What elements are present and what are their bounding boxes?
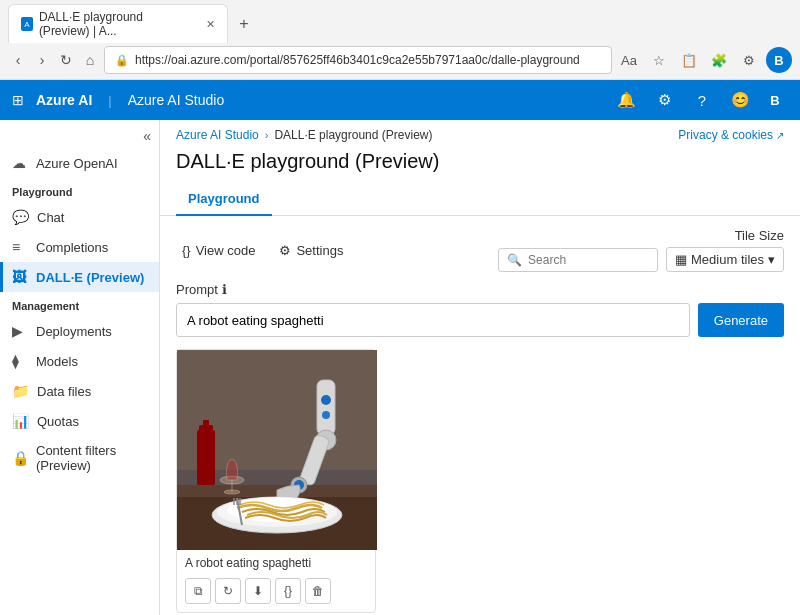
page-header: DALL·E playground (Preview)	[160, 146, 800, 183]
regenerate-image-button[interactable]: ↻	[215, 578, 241, 604]
extensions-button[interactable]: 🧩	[706, 47, 732, 73]
image-actions: ⧉ ↻ ⬇ {} 🗑	[177, 574, 375, 612]
svg-point-12	[321, 395, 331, 405]
prompt-label: Prompt ℹ	[176, 282, 784, 297]
settings-button[interactable]: ⚙	[648, 84, 680, 116]
sidebar-item-label: Content filters (Preview)	[36, 443, 147, 473]
lock-icon: 🔒	[115, 54, 129, 67]
new-tab-button[interactable]: +	[230, 10, 258, 38]
content-filters-icon: 🔒	[12, 450, 28, 466]
copy-image-button[interactable]: ⧉	[185, 578, 211, 604]
url-text: https://oai.azure.com/portal/857625ff46b…	[135, 53, 580, 67]
sidebar-item-label: Data files	[37, 384, 91, 399]
download-image-button[interactable]: ⬇	[245, 578, 271, 604]
grid-icon[interactable]: ⊞	[12, 92, 24, 108]
settings-browser-button[interactable]: ⚙	[736, 47, 762, 73]
chat-icon: 💬	[12, 209, 29, 225]
collections-button[interactable]: 📋	[676, 47, 702, 73]
sidebar-item-chat[interactable]: 💬 Chat	[0, 202, 159, 232]
sidebar-item-deployments[interactable]: ▶ Deployments	[0, 316, 159, 346]
tab-title: DALL·E playground (Preview) | A...	[39, 10, 196, 38]
breadcrumb-home-link[interactable]: Azure AI Studio	[176, 128, 259, 142]
emoji-button[interactable]: 😊	[724, 84, 756, 116]
sidebar-item-data-files[interactable]: 📁 Data files	[0, 376, 159, 406]
external-link-icon: ↗	[776, 130, 784, 141]
models-icon: ⧫	[12, 353, 28, 369]
image-caption: A robot eating spaghetti	[177, 550, 375, 574]
settings-toolbar-button[interactable]: ⚙ Settings	[273, 239, 349, 262]
view-code-image-button[interactable]: {}	[275, 578, 301, 604]
search-input[interactable]	[528, 253, 649, 267]
svg-point-13	[322, 411, 330, 419]
data-files-icon: 📁	[12, 383, 29, 399]
tabs-bar: Playground	[160, 183, 800, 216]
delete-image-button[interactable]: 🗑	[305, 578, 331, 604]
breadcrumb-current: DALL·E playground (Preview)	[274, 128, 432, 142]
notification-button[interactable]: 🔔	[610, 84, 642, 116]
view-code-icon: {}	[182, 243, 191, 258]
sidebar-item-quotas[interactable]: 📊 Quotas	[0, 406, 159, 436]
sidebar-item-label: Completions	[36, 240, 108, 255]
collapse-sidebar-icon[interactable]: «	[143, 128, 151, 144]
privacy-label: Privacy & cookies	[678, 128, 773, 142]
view-code-label: View code	[196, 243, 256, 258]
prompt-input[interactable]	[176, 303, 690, 337]
back-button[interactable]: ‹	[8, 50, 28, 70]
sidebar-collapse-area: «	[0, 124, 159, 148]
active-tab[interactable]: A DALL·E playground (Preview) | A... ✕	[8, 4, 228, 43]
breadcrumb-separator: ›	[265, 129, 269, 141]
playground-toolbar: {} View code ⚙ Settings Tile Size 🔍	[160, 228, 800, 282]
azure-studio-label[interactable]: Azure AI Studio	[128, 92, 225, 108]
chevron-down-icon: ▾	[768, 252, 775, 267]
sidebar: « ☁ Azure OpenAI Playground 💬 Chat ≡ Com…	[0, 120, 160, 615]
refresh-button[interactable]: ↻	[56, 50, 76, 70]
generated-image[interactable]	[177, 350, 377, 550]
privacy-link[interactable]: Privacy & cookies ↗	[678, 128, 784, 142]
address-bar-row: ‹ › ↻ ⌂ 🔒 https://oai.azure.com/portal/8…	[0, 43, 800, 79]
search-box[interactable]: 🔍	[498, 248, 658, 272]
quotas-icon: 📊	[12, 413, 29, 429]
browser-chrome: A DALL·E playground (Preview) | A... ✕ +…	[0, 0, 800, 80]
content-area: Azure AI Studio › DALL·E playground (Pre…	[160, 120, 800, 615]
deployments-icon: ▶	[12, 323, 28, 339]
tile-size-section-label: Tile Size	[735, 228, 784, 243]
sidebar-item-label: Azure OpenAI	[36, 156, 118, 171]
sidebar-item-azure-openai[interactable]: ☁ Azure OpenAI	[0, 148, 159, 178]
edge-profile-button[interactable]: B	[766, 47, 792, 73]
playground-section-header: Playground	[0, 178, 159, 202]
home-button[interactable]: ⌂	[80, 50, 100, 70]
toolbar-right: Tile Size 🔍 ▦ Medium tiles ▾	[498, 228, 784, 272]
completions-icon: ≡	[12, 239, 28, 255]
image-card: A robot eating spaghetti ⧉ ↻ ⬇ {} 🗑	[176, 349, 376, 613]
address-bar[interactable]: 🔒 https://oai.azure.com/portal/857625ff4…	[104, 46, 612, 74]
generate-button[interactable]: Generate	[698, 303, 784, 337]
dalle-icon: 🖼	[12, 269, 28, 285]
sidebar-item-completions[interactable]: ≡ Completions	[0, 232, 159, 262]
sidebar-item-label: Models	[36, 354, 78, 369]
management-section-header: Management	[0, 292, 159, 316]
favorites-button[interactable]: ☆	[646, 47, 672, 73]
profile-avatar[interactable]: B	[762, 87, 788, 113]
breadcrumb-bar: Azure AI Studio › DALL·E playground (Pre…	[160, 120, 800, 146]
sidebar-item-content-filters[interactable]: 🔒 Content filters (Preview)	[0, 436, 159, 480]
sidebar-item-dalle[interactable]: 🖼 DALL·E (Preview)	[0, 262, 159, 292]
prompt-row: Generate	[176, 303, 784, 337]
tab-playground[interactable]: Playground	[176, 183, 272, 216]
image-card-inner	[177, 350, 375, 550]
sidebar-item-label: DALL·E (Preview)	[36, 270, 144, 285]
svg-rect-6	[203, 420, 209, 430]
prompt-info-icon: ℹ	[222, 282, 227, 297]
browser-toolbar-icons: Aa ☆ 📋 🧩 ⚙ B	[616, 47, 792, 73]
reader-mode-button[interactable]: Aa	[616, 47, 642, 73]
close-tab-icon[interactable]: ✕	[206, 18, 215, 31]
sidebar-item-models[interactable]: ⧫ Models	[0, 346, 159, 376]
sidebar-item-label: Deployments	[36, 324, 112, 339]
breadcrumb: Azure AI Studio › DALL·E playground (Pre…	[176, 128, 432, 142]
help-button[interactable]: ?	[686, 84, 718, 116]
tile-size-button[interactable]: ▦ Medium tiles ▾	[666, 247, 784, 272]
forward-button[interactable]: ›	[32, 50, 52, 70]
sidebar-item-label: Chat	[37, 210, 64, 225]
cloud-icon: ☁	[12, 155, 28, 171]
view-code-button[interactable]: {} View code	[176, 239, 261, 262]
svg-rect-10	[317, 380, 335, 435]
